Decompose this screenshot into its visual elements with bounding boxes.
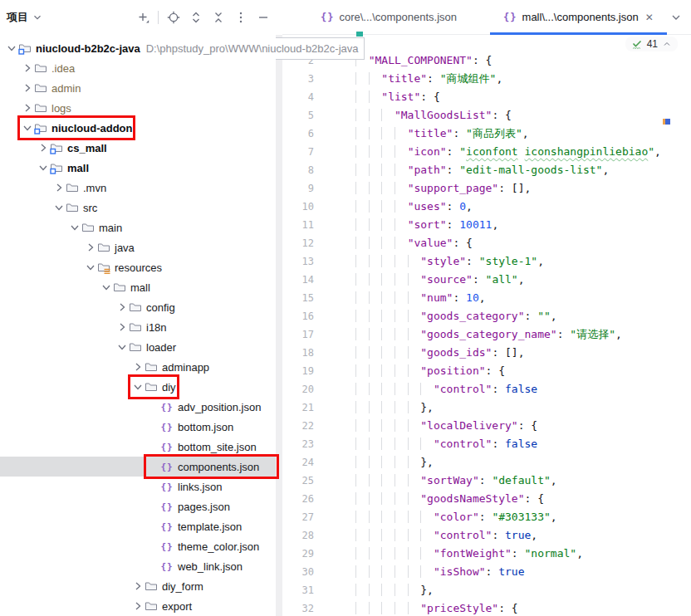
tree-item-adv-position-json[interactable]: {}adv_position.json <box>0 397 276 417</box>
code-line[interactable]: 4 "list": { <box>282 88 691 106</box>
code-line[interactable]: 11 "sort": 10011, <box>282 216 691 234</box>
chevron-right-icon[interactable] <box>131 579 145 593</box>
more-options-button[interactable] <box>233 10 248 25</box>
tree-item-template-json[interactable]: {}template.json <box>0 516 276 536</box>
tree-item-cs-mall[interactable]: cs_mall <box>0 138 276 158</box>
code-area[interactable]: 2 "MALL_COMPONENT": {3 "title": "商城组件",4… <box>282 36 691 616</box>
tree-item-export[interactable]: export <box>0 596 276 616</box>
line-number: 19 <box>282 362 314 380</box>
tree-item-links-json[interactable]: {}links.json <box>0 477 276 496</box>
tree-item-mall[interactable]: mall <box>0 277 276 297</box>
chevron-down-icon[interactable] <box>131 380 145 394</box>
error-stripe-mark-blue[interactable] <box>665 119 670 125</box>
tree-item-theme-color-json[interactable]: {}theme_color.json <box>0 536 276 556</box>
folder-icon <box>66 201 79 214</box>
chevron-right-icon[interactable] <box>131 599 145 613</box>
chevron-down-icon[interactable] <box>5 42 18 55</box>
code-line[interactable]: 10 "uses": 0, <box>282 198 691 216</box>
code-line[interactable]: 21 }, <box>282 398 691 417</box>
panel-splitter[interactable] <box>276 35 282 616</box>
code-line[interactable]: 6 "title": "商品列表", <box>282 125 691 143</box>
code-line[interactable]: 32 "priceStyle": { <box>282 599 691 616</box>
chevron-down-icon[interactable] <box>68 221 81 234</box>
code-line[interactable]: 7 "icon": "iconfont iconshangpinliebiao"… <box>282 143 691 161</box>
tree-item--idea[interactable]: .idea <box>0 58 276 78</box>
tree-item-bottom-json[interactable]: {}bottom.json <box>0 417 276 437</box>
chevron-right-icon[interactable] <box>131 360 145 374</box>
chevron-right-icon[interactable] <box>21 101 34 115</box>
code-line[interactable]: 17 "goods_category_name": "请选择", <box>282 325 691 344</box>
tree-item-niucloud-addon[interactable]: niucloud-addon <box>0 118 276 138</box>
tree-item-config[interactable]: config <box>0 297 276 317</box>
code-line[interactable]: 24 }, <box>282 453 691 472</box>
chevron-right-icon[interactable] <box>21 61 34 75</box>
tree-item-main[interactable]: main <box>0 218 276 237</box>
expand-all-button[interactable] <box>189 10 203 25</box>
tree-item-logs[interactable]: logs <box>0 98 276 118</box>
code-line[interactable]: 8 "path": "edit-mall-goods-list", <box>282 161 691 179</box>
code-line[interactable]: 23 "control": false <box>282 435 691 453</box>
code-line[interactable]: 28 "control": true, <box>282 526 691 545</box>
tree-item-adminapp[interactable]: adminapp <box>0 357 276 377</box>
tab-mall-components-json[interactable]: {} mall\...\components.json ✕ <box>490 0 667 34</box>
tree-item-src[interactable]: src <box>0 198 276 218</box>
tree-item-admin[interactable]: admin <box>0 78 276 98</box>
chevron-right-icon[interactable] <box>37 141 50 154</box>
code-line[interactable]: 25 "sortWay": "default", <box>282 472 691 490</box>
chevron-right-icon[interactable] <box>115 301 129 314</box>
code-line[interactable]: 16 "goods_category": "", <box>282 307 691 325</box>
tree-item-web-link-json[interactable]: {}web_link.json <box>0 556 276 576</box>
tree-item-diy-form[interactable]: diy_form <box>0 576 276 596</box>
code-line[interactable]: 27 "color": "#303133", <box>282 508 691 526</box>
chevron-down-icon[interactable] <box>21 121 34 134</box>
select-opened-file-button[interactable] <box>166 10 181 25</box>
code-line[interactable]: 26 "goodsNameStyle": { <box>282 490 691 508</box>
chevron-down-icon[interactable] <box>115 340 129 354</box>
chevron-right-icon[interactable] <box>21 81 34 95</box>
code-line[interactable]: 15 "num": 10, <box>282 289 691 307</box>
tree-item-label: admin <box>51 82 81 95</box>
chevron-right-icon[interactable] <box>52 181 66 194</box>
line-number: 12 <box>282 234 314 252</box>
code-line[interactable]: 20 "control": false <box>282 380 691 398</box>
tree-item-bottom-site-json[interactable]: {}bottom_site.json <box>0 437 276 457</box>
code-line[interactable]: 5 "MallGoodsList": { <box>282 106 691 125</box>
code-line[interactable]: 19 "position": { <box>282 362 691 380</box>
code-line[interactable]: 22 "localDelivery": { <box>282 417 691 435</box>
inspections-widget[interactable]: 41 <box>625 37 678 51</box>
code-line[interactable]: 9 "support_page": [], <box>282 179 691 198</box>
close-icon[interactable]: ✕ <box>645 12 654 23</box>
code-line[interactable]: 31 }, <box>282 581 691 599</box>
code-line[interactable]: 12 "value": { <box>282 234 691 252</box>
hide-panel-button[interactable] <box>256 10 271 25</box>
code-line[interactable]: 30 "isShow": true <box>282 563 691 581</box>
add-button[interactable] <box>135 10 150 25</box>
code-line[interactable]: 18 "goods_ids": [], <box>282 344 691 362</box>
tree-item-java[interactable]: java <box>0 237 276 257</box>
collapse-all-button[interactable] <box>211 10 226 25</box>
chevron-down-icon[interactable] <box>100 281 113 294</box>
tree-item-components-json[interactable]: {}components.json <box>0 457 276 477</box>
line-number: 20 <box>282 380 314 398</box>
line-number: 23 <box>282 435 314 453</box>
tree-item-i18n[interactable]: i18n <box>0 317 276 337</box>
code-line[interactable]: 13 "style": "style-1", <box>282 252 691 271</box>
tree-item-niucloud-b2b2c-java[interactable]: niucloud-b2b2c-javaD:\phpstudy_pro\WWW\n… <box>0 38 276 58</box>
tree-item-pages-json[interactable]: {}pages.json <box>0 496 276 516</box>
tab-core-components-json[interactable]: {} core\...\components.json <box>307 0 470 34</box>
chevron-right-icon[interactable] <box>115 320 129 334</box>
tree-item-loader[interactable]: loader <box>0 337 276 357</box>
chevron-right-icon[interactable] <box>84 241 97 254</box>
code-line[interactable]: 14 "source": "all", <box>282 271 691 289</box>
tree-item--mvn[interactable]: .mvn <box>0 178 276 198</box>
tab-list-button[interactable] <box>669 11 683 24</box>
tree-item-resources[interactable]: resources <box>0 257 276 277</box>
chevron-down-icon[interactable] <box>84 261 97 274</box>
project-view-selector[interactable]: 项目 <box>7 10 43 25</box>
tree-item-diy[interactable]: diy <box>0 377 276 397</box>
tree-item-mall[interactable]: mall <box>0 158 276 178</box>
chevron-down-icon[interactable] <box>52 201 66 214</box>
code-line[interactable]: 3 "title": "商城组件", <box>282 70 691 88</box>
code-line[interactable]: 29 "fontWeight": "normal", <box>282 545 691 563</box>
chevron-down-icon[interactable] <box>37 161 50 174</box>
